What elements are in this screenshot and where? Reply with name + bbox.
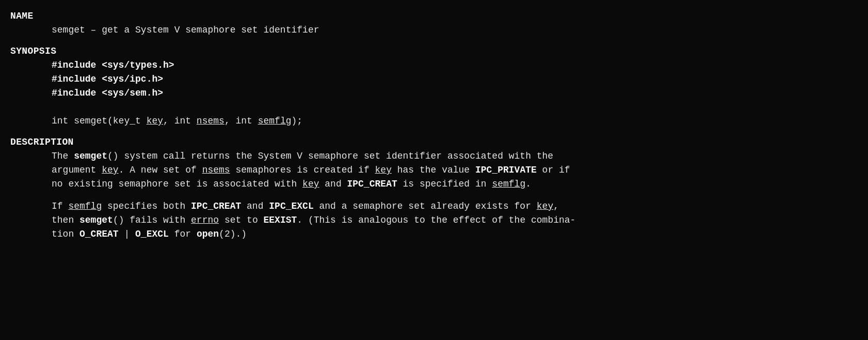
synopsis-content: #include <sys/types.h> #include <sys/ipc… [10,58,858,128]
desc-p2-t9: . (This is analogous to the effect of th… [297,215,575,225]
desc-p1-t4: . A new set of [119,165,202,175]
desc-p1-t10: is specified in [397,179,492,189]
include3: #include <sys/sem.h> [52,86,858,100]
name-content: semget – get a System V semaphore set id… [10,23,858,37]
desc-p1-t8: no existing semaphore set is associated … [52,179,302,189]
description-para2: If semflg specifies both IPC_CREAT and I… [52,199,858,241]
desc-p1-t3: argument [52,165,102,175]
description-para1: The semget() system call returns the Sys… [52,149,858,191]
desc-p2-t12: for [169,229,197,239]
desc-p2-t1: If [52,201,68,211]
desc-p2-semget: semget [79,215,113,225]
desc-p2-t7: () fails with [113,215,191,225]
desc-p2-t11: | [119,229,135,239]
desc-p2-eexist: EEXIST [264,215,297,225]
desc-p2-t5: , [553,201,559,211]
desc-p2-open: open [197,229,219,239]
desc-p2-t4: and a semaphore set already exists for [314,201,537,211]
desc-p1-t7: or if [537,165,570,175]
synopsis-section: SYNOPSIS #include <sys/types.h> #include… [10,44,858,128]
desc-p1-semget: semget [74,151,107,161]
desc-p1-t9: and [319,179,347,189]
desc-p1-semflg1: semflg [492,179,525,189]
proto-key: key [147,116,163,126]
desc-p2-semflg: semflg [68,201,102,211]
desc-p2-key: key [537,201,553,211]
desc-p1-nsems: nsems [202,165,230,175]
desc-p1-key3: key [302,179,319,189]
desc-p1-t5: semaphores is created if [230,165,375,175]
desc-p1-ipc-creat: IPC_CREAT [347,179,397,189]
desc-p1-ipc-private: IPC_PRIVATE [475,165,537,175]
desc-p2-errno: errno [191,215,219,225]
desc-p2-t13: (2).) [219,229,247,239]
desc-p2-o-excl: O_EXCL [135,229,169,239]
desc-p1-t11: . [525,179,531,189]
proto-semflg: semflg [258,116,292,126]
desc-p2-t6: then [52,215,79,225]
desc-p1-t1: The [52,151,74,161]
desc-p1-key1: key [102,165,118,175]
proto-middle: , int [163,116,197,126]
name-section: NAME semget – get a System V semaphore s… [10,9,858,37]
desc-p1-t2: () system call returns the System V sema… [107,151,553,161]
name-heading: NAME [10,9,858,23]
desc-p2-t8: set to [219,215,263,225]
include1: #include <sys/types.h> [52,58,858,72]
proto-prefix: int semget(key_t [52,116,147,126]
desc-p1-t6: has the value [392,165,475,175]
desc-p2-ipc-creat: IPC_CREAT [191,201,241,211]
synopsis-heading: SYNOPSIS [10,44,858,58]
proto-middle2: , int [224,116,258,126]
description-heading: DESCRIPTION [10,135,858,149]
desc-p1-key2: key [375,165,392,175]
desc-p2-t2: specifies both [102,201,191,211]
desc-p2-t10: tion [52,229,79,239]
include2: #include <sys/ipc.h> [52,72,858,86]
description-section: DESCRIPTION The semget() system call ret… [10,135,858,241]
desc-p2-t3: and [241,201,269,211]
description-content: The semget() system call returns the Sys… [10,149,858,241]
proto-nsems: nsems [197,116,224,126]
proto-suffix: ); [292,116,303,126]
name-text: semget – get a System V semaphore set id… [52,25,319,35]
function-proto: int semget(key_t key, int nsems, int sem… [52,114,858,128]
desc-p2-o-creat: O_CREAT [79,229,119,239]
desc-p2-ipc-excl: IPC_EXCL [269,201,313,211]
